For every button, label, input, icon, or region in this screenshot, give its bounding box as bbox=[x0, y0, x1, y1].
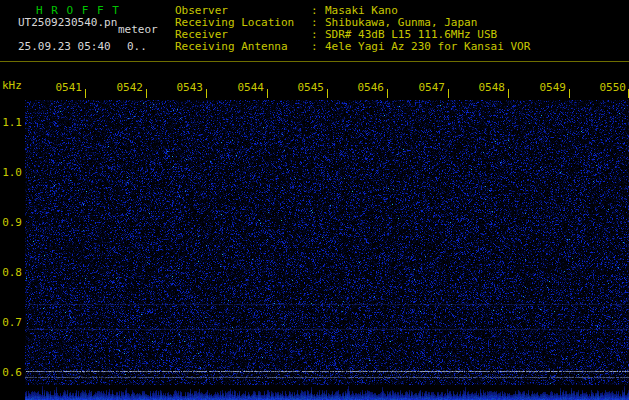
frequency-tick-label: 1.0 bbox=[0, 167, 22, 179]
spectrogram-canvas bbox=[25, 100, 629, 400]
station-info: Observer:Masaki Kano Receiving Location:… bbox=[175, 5, 530, 53]
observation-name: meteor bbox=[118, 24, 158, 36]
frequency-axis-unit-label: kHz bbox=[2, 80, 22, 92]
field-separator: : bbox=[311, 41, 325, 53]
output-filename: UT2509230540.pn bbox=[18, 17, 117, 29]
time-tick-label: 0545 bbox=[282, 82, 324, 94]
observation-datetime: 25.09.23 05:40 bbox=[18, 41, 111, 53]
frequency-tick-label: 0.6 bbox=[0, 367, 22, 379]
frequency-tick-label: 1.1 bbox=[0, 117, 22, 129]
time-tick-mark bbox=[448, 89, 449, 98]
time-tick-mark bbox=[508, 89, 509, 98]
time-tick-label: 0548 bbox=[463, 82, 505, 94]
time-tick-label: 0543 bbox=[161, 82, 203, 94]
time-tick-label: 0542 bbox=[101, 82, 143, 94]
time-tick-mark bbox=[85, 89, 86, 98]
time-tick-label: 0541 bbox=[40, 82, 82, 94]
echo-count-indicator: 0.. bbox=[127, 41, 147, 53]
time-tick-mark bbox=[387, 89, 388, 98]
time-tick-label: 0549 bbox=[524, 82, 566, 94]
time-tick-mark bbox=[267, 89, 268, 98]
time-tick-label: 0547 bbox=[403, 82, 445, 94]
time-tick-label: 0550 bbox=[584, 82, 626, 94]
frequency-tick-label: 0.7 bbox=[0, 317, 22, 329]
time-tick-label: 0544 bbox=[222, 82, 264, 94]
station-info-row: Receiving Antenna:4ele Yagi Az 230 for K… bbox=[175, 41, 530, 53]
time-tick-mark bbox=[146, 89, 147, 98]
frequency-tick-label: 0.9 bbox=[0, 217, 22, 229]
time-tick-mark bbox=[569, 89, 570, 98]
time-tick-label: 0546 bbox=[342, 82, 384, 94]
time-tick-mark bbox=[327, 89, 328, 98]
header-separator-line bbox=[0, 61, 629, 62]
frequency-tick-label: 0.8 bbox=[0, 267, 22, 279]
hrofft-window: H R O F F T UT2509230540.pn meteor 25.09… bbox=[0, 0, 629, 400]
field-value: 4ele Yagi Az 230 for Kansai VOR bbox=[325, 40, 530, 53]
field-label: Receiving Antenna bbox=[175, 41, 311, 53]
time-tick-mark bbox=[206, 89, 207, 98]
